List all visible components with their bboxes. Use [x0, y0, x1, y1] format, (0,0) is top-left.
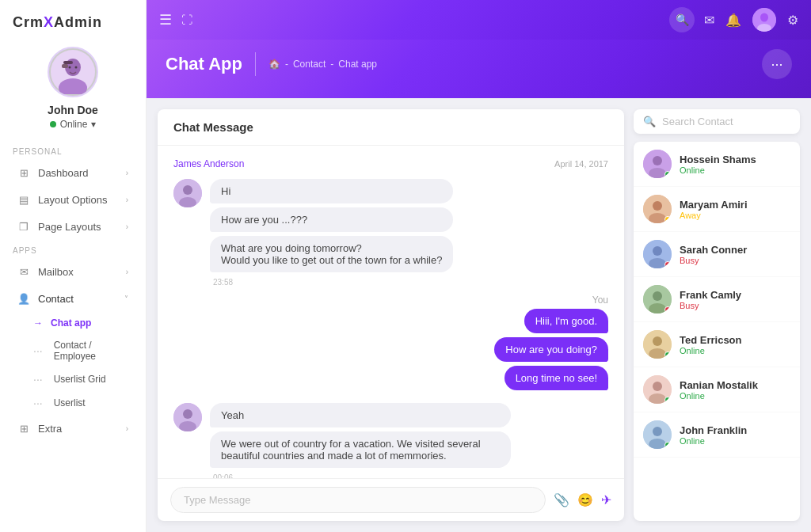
- gear-icon[interactable]: ⚙: [787, 13, 798, 28]
- grid-icon: ⊞: [17, 166, 30, 179]
- user-profile: John Doe Online ▾: [0, 39, 146, 141]
- chat-bubble: Hi: [210, 179, 453, 203]
- chat-input[interactable]: [170, 487, 546, 513]
- sidebar-subitem-chat-app[interactable]: → Chat app: [0, 312, 146, 334]
- sidebar-item-extra[interactable]: ⊞ Extra ›: [5, 415, 141, 442]
- mail-icon: ✉: [17, 265, 30, 278]
- contacts-panel: 🔍 Hossein Shams Online: [634, 109, 800, 521]
- brand-logo: CrmXAdmin: [0, 0, 146, 39]
- contact-search-input[interactable]: [662, 116, 790, 127]
- status-dot: [664, 216, 671, 222]
- contact-item[interactable]: Ranian Mostalik Online: [634, 367, 800, 412]
- contact-name: Maryam Amiri: [680, 199, 790, 211]
- username: John Doe: [48, 104, 98, 116]
- status-dot: [664, 442, 671, 448]
- search-icon[interactable]: 🔍: [669, 7, 695, 32]
- contacts-list: Hossein Shams Online Maryam Amiri Away: [634, 142, 800, 521]
- sender-avatar: [173, 179, 202, 207]
- contact-name: Ted Erricson: [680, 334, 790, 346]
- bell-icon[interactable]: 🔔: [725, 13, 741, 28]
- apps-section-label: APPS: [0, 240, 146, 258]
- menu-icon[interactable]: ☰: [159, 11, 172, 28]
- status-dot: [664, 261, 671, 268]
- status-dot: [50, 121, 56, 127]
- contact-info: Hossein Shams Online: [680, 154, 790, 175]
- breadcrumb-home-icon[interactable]: 🏠: [268, 59, 280, 70]
- contact-name: Hossein Shams: [680, 154, 790, 165]
- contact-item[interactable]: Ted Erricson Online: [634, 322, 800, 367]
- breadcrumb: 🏠 - Contact - Chat app: [268, 59, 377, 70]
- chat-bubble-group: Yeah We were out of country for a vacati…: [210, 403, 511, 478]
- sidebar-subitem-userlist-grid[interactable]: ··· Userlist Grid: [0, 367, 146, 391]
- contact-name: Ranian Mostalik: [680, 379, 790, 391]
- svg-point-23: [653, 246, 662, 256]
- contact-info: Sarah Conner Busy: [680, 244, 790, 265]
- page-header: Chat App 🏠 - Contact - Chat app ···: [147, 40, 811, 98]
- chat-bubble: How are you ...???: [210, 207, 453, 232]
- chat-right-row: Long time no see!: [173, 366, 608, 390]
- chat-section-continuation: Yeah We were out of country for a vacati…: [173, 403, 608, 478]
- contact-avatar: [643, 195, 672, 223]
- main-content: ☰ ⛶ 🔍 ✉ 🔔 ⚙ Chat App 🏠 - Contact: [147, 0, 811, 532]
- contact-item[interactable]: Maryam Amiri Away: [634, 187, 800, 232]
- user-status[interactable]: Online ▾: [50, 119, 97, 130]
- sidebar-item-label: Page Layouts: [38, 221, 101, 233]
- sidebar-item-label: Mailbox: [38, 266, 74, 278]
- contact-item[interactable]: Hossein Shams Online: [634, 142, 800, 187]
- svg-point-5: [69, 66, 71, 69]
- search-icon: 🔍: [643, 116, 656, 127]
- chat-right-row: Hiii, I'm good.: [173, 309, 608, 333]
- status-dot: [664, 306, 671, 313]
- svg-point-20: [653, 201, 662, 211]
- contact-item[interactable]: Sarah Conner Busy: [634, 232, 800, 277]
- chat-date-header: James Anderson April 14, 2017: [173, 158, 608, 169]
- chat-bubble-group: Hi How are you ...??? What are you doing…: [210, 179, 453, 287]
- sidebar-item-dashboard[interactable]: ⊞ Dashboard ›: [5, 159, 141, 186]
- layout-icon: ▤: [17, 193, 30, 206]
- chat-message-row: Yeah We were out of country for a vacati…: [173, 403, 608, 478]
- sidebar-item-mailbox[interactable]: ✉ Mailbox ›: [5, 258, 141, 285]
- email-icon[interactable]: ✉: [704, 13, 714, 28]
- status-text: Online: [60, 119, 88, 130]
- contact-avatar: [643, 150, 672, 178]
- chat-sender: James Anderson: [173, 158, 244, 169]
- contact-name: Frank Camly: [680, 289, 790, 301]
- contact-status: Online: [680, 165, 790, 175]
- sidebar-item-label: Extra: [38, 423, 62, 435]
- chat-panel-title: Chat Message: [158, 109, 624, 146]
- sidebar-subitem-userlist[interactable]: ··· Userlist: [0, 391, 146, 415]
- chat-bubble: What are you doing tomorrow?Would you li…: [210, 236, 453, 272]
- you-label: You: [173, 294, 608, 306]
- sidebar-item-layout-options[interactable]: ▤ Layout Options ›: [5, 186, 141, 213]
- sidebar-item-contact[interactable]: 👤 Contact ˅: [5, 285, 141, 312]
- contact-info: Maryam Amiri Away: [680, 199, 790, 220]
- breadcrumb-contact[interactable]: Contact: [293, 59, 326, 70]
- send-icon[interactable]: ✈: [601, 492, 611, 507]
- contact-item[interactable]: Frank Camly Busy: [634, 277, 800, 322]
- sidebar-item-page-layouts[interactable]: ❐ Page Layouts ›: [5, 213, 141, 240]
- breadcrumb-chat-app[interactable]: Chat app: [338, 59, 377, 70]
- contact-status: Online: [680, 436, 790, 446]
- status-dot: [664, 397, 671, 403]
- contact-search-box: 🔍: [634, 109, 800, 134]
- page-divider: [255, 52, 256, 76]
- contact-item[interactable]: John Franklin Online: [634, 412, 800, 458]
- contact-info: John Franklin Online: [680, 424, 790, 446]
- contact-status: Busy: [680, 256, 790, 265]
- chat-date: April 14, 2017: [554, 159, 608, 169]
- status-dot: [664, 171, 671, 177]
- attachment-icon[interactable]: 📎: [554, 492, 569, 507]
- emoji-icon[interactable]: 😊: [577, 492, 593, 507]
- arrow-right-icon: →: [33, 317, 43, 329]
- contact-avatar: [643, 420, 672, 449]
- topbar-avatar[interactable]: [752, 8, 776, 32]
- sidebar-subitem-contact-employee[interactable]: ··· Contact / Employee: [0, 334, 146, 367]
- contact-avatar: [643, 285, 672, 314]
- page-header-left: Chat App 🏠 - Contact - Chat app: [166, 52, 377, 76]
- expand-icon[interactable]: ⛶: [181, 13, 192, 26]
- sidebar: CrmXAdmin John Doe Online ▾ PERSONAL ⊞: [0, 0, 147, 532]
- dots-icon: ···: [33, 373, 43, 386]
- breadcrumb-separator: -: [330, 59, 333, 70]
- more-options-button[interactable]: ···: [762, 49, 792, 79]
- chevron-right-icon: ›: [126, 424, 128, 433]
